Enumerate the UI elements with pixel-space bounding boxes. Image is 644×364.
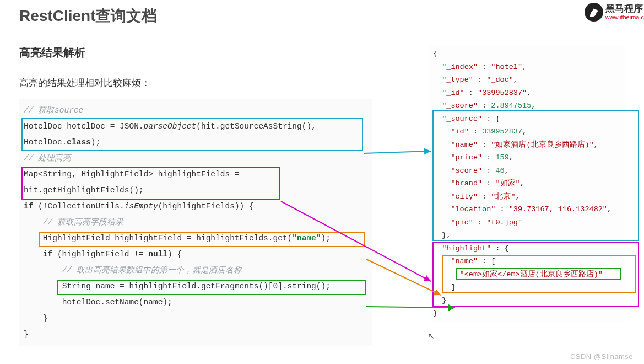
- page-title: RestClient查询文档: [19, 6, 625, 26]
- intro-text: 高亮的结果处理相对比较麻烦：: [19, 77, 372, 89]
- code-comment: // 处理高亮: [24, 154, 71, 163]
- code-comment: // 取出高亮结果数组中的第一个，就是酒店名称: [62, 266, 242, 275]
- brand-name: 黑马程序: [605, 4, 644, 14]
- horse-icon: [585, 3, 603, 22]
- section-heading: 高亮结果解析: [19, 45, 372, 60]
- code-comment: // 获取高亮字段结果: [43, 218, 123, 227]
- brand-url: www.itheima.c: [605, 14, 644, 20]
- java-code-block: // 获取source HotelDoc hotelDoc = JSON.par…: [19, 99, 372, 346]
- json-response-block: { "_index" : "hotel", "_type" : "_doc", …: [430, 45, 625, 322]
- brand-block: 黑马程序 www.itheima.c: [585, 3, 644, 22]
- code-comment: // 获取source: [24, 106, 83, 115]
- watermark: CSDN @Siinamse: [570, 352, 633, 361]
- page-header: RestClient查询文档 黑马程序 www.itheima.c: [0, 0, 644, 35]
